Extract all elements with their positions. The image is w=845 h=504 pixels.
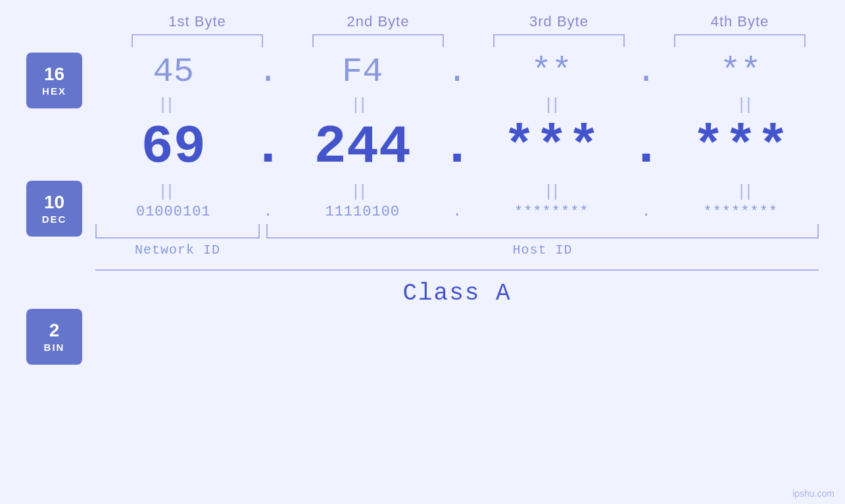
left-badges: 16 HEX 10 DEC 2 BIN [26, 53, 82, 365]
bin-dot1-val: . [264, 204, 272, 220]
network-id-label: Network ID [135, 242, 220, 258]
dec-byte4-value: *** [692, 117, 789, 178]
dec-byte2-cell: 244 [285, 117, 441, 178]
bin-byte2-cell: 11110100 [285, 204, 441, 220]
host-id-label-container: Host ID [266, 242, 819, 258]
bin-byte4-cell: ******** [663, 204, 819, 220]
bottom-brackets-row [95, 224, 819, 239]
byte2-header: 2nd Byte [306, 13, 450, 30]
hex-dot1-val: . [258, 53, 278, 91]
dec-byte2-value: 244 [314, 117, 411, 178]
watermark: ipshu.com [792, 488, 834, 499]
eq1-cell4: || [681, 94, 812, 114]
bin-byte3-cell: ******** [473, 204, 630, 220]
bin-byte4-value: ******** [703, 204, 778, 220]
bracket-1 [132, 34, 263, 47]
hex-byte4-value: ** [720, 53, 761, 91]
byte1-header: 1st Byte [125, 13, 270, 30]
bracket-2 [312, 34, 444, 47]
eq2-cell1: || [102, 181, 233, 201]
eq1-sign4: || [739, 94, 754, 114]
bin-number: 2 [49, 321, 60, 340]
hex-dot1: . [252, 53, 285, 91]
hex-dot2-val: . [447, 53, 467, 91]
dec-byte3-cell: *** [473, 117, 630, 178]
dec-dot2-val: . [441, 117, 473, 178]
dec-dot3: . [630, 117, 663, 178]
id-labels-row: Network ID Host ID [95, 242, 819, 258]
dec-row: 69 . 244 . *** . *** [95, 117, 819, 178]
eq1-cell1: || [102, 94, 233, 114]
byte3-header: 3rd Byte [487, 13, 631, 30]
eq2-sign4: || [739, 181, 754, 201]
dec-label: DEC [42, 214, 67, 225]
bin-byte2-value: 11110100 [325, 204, 400, 220]
hex-dot3: . [630, 53, 663, 91]
bracket-3 [493, 34, 625, 47]
byte4-header: 4th Byte [667, 13, 812, 30]
network-bracket [95, 224, 260, 239]
byte-headers: 1st Byte 2nd Byte 3rd Byte 4th Byte [107, 13, 831, 30]
bin-badge: 2 BIN [26, 309, 82, 365]
eq1-cell3: || [488, 94, 619, 114]
class-bracket-line [95, 269, 819, 271]
bin-dot2: . [441, 204, 473, 220]
bin-byte3-value: ******** [514, 204, 589, 220]
eq-row-2: || || || || [95, 181, 819, 201]
class-label-container: Class A [95, 280, 819, 307]
hex-byte2-cell: F4 [285, 53, 441, 91]
eq2-sign3: || [546, 181, 561, 201]
eq1-sign1: || [160, 94, 175, 114]
bin-dot3: . [630, 204, 663, 220]
hex-byte1-value: 45 [153, 53, 194, 91]
hex-row: 45 . F4 . ** . ** [95, 53, 819, 91]
hex-byte3-cell: ** [473, 53, 630, 91]
dec-byte4-cell: *** [663, 117, 819, 178]
hex-dot2: . [441, 53, 473, 91]
hex-number: 16 [44, 65, 64, 83]
dec-byte1-value: 69 [141, 117, 206, 178]
dec-badge: 10 DEC [26, 181, 82, 237]
hex-label: HEX [42, 85, 66, 97]
dec-dot1-val: . [252, 117, 284, 178]
eq2-cell3: || [488, 181, 619, 201]
eq-row-1: || || || || [95, 94, 819, 114]
main-container: 1st Byte 2nd Byte 3rd Byte 4th Byte 16 H… [0, 0, 845, 504]
bracket-4 [674, 34, 806, 47]
hex-byte3-value: ** [531, 53, 572, 91]
hex-byte2-value: F4 [342, 53, 383, 91]
bin-label: BIN [44, 342, 65, 353]
bin-dot2-val: . [452, 204, 461, 220]
eq1-cell2: || [295, 94, 426, 114]
host-id-label: Host ID [512, 242, 572, 258]
bin-dot3-val: . [642, 204, 650, 220]
dec-byte3-value: *** [503, 117, 600, 178]
host-bracket [266, 224, 819, 239]
eq2-sign2: || [354, 181, 368, 201]
eq2-cell2: || [295, 181, 426, 201]
class-label: Class A [402, 280, 511, 307]
eq2-sign1: || [160, 181, 175, 201]
dec-dot3-val: . [630, 117, 662, 178]
dec-dot1: . [252, 117, 285, 178]
bin-row: 01000101 . 11110100 . ******** . [95, 204, 819, 220]
top-brackets [107, 34, 831, 47]
dec-byte1-cell: 69 [95, 117, 252, 178]
hex-byte1-cell: 45 [95, 53, 252, 91]
network-id-label-container: Network ID [95, 242, 260, 258]
bin-byte1-value: 01000101 [136, 204, 211, 220]
hex-dot3-val: . [636, 53, 656, 91]
eq1-sign3: || [546, 94, 561, 114]
eq1-sign2: || [354, 94, 368, 114]
dec-dot2: . [441, 117, 473, 178]
bin-dot1: . [252, 204, 285, 220]
hex-byte4-cell: ** [663, 53, 819, 91]
bin-byte1-cell: 01000101 [95, 204, 252, 220]
eq2-cell4: || [681, 181, 812, 201]
dec-number: 10 [44, 193, 64, 212]
hex-badge: 16 HEX [26, 53, 82, 108]
